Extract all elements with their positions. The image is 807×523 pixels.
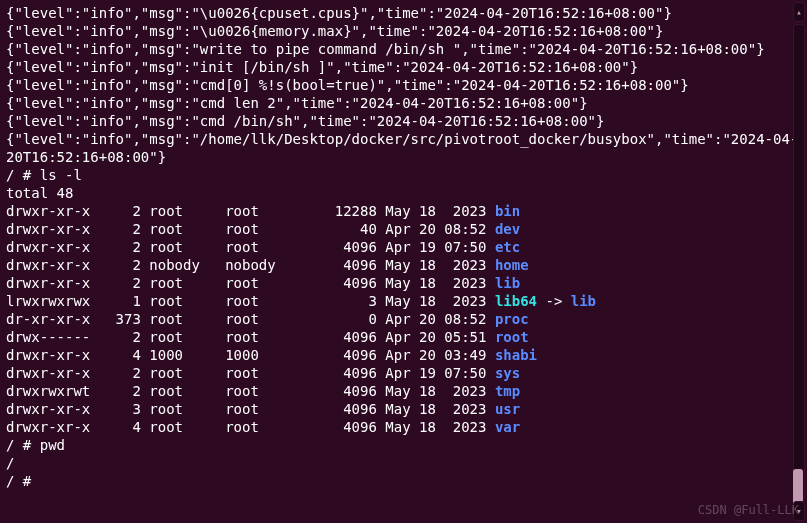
ls-name: home [495,257,529,273]
ls-name: var [495,419,520,435]
scrollbar: ▴ ▾ [791,0,805,523]
ls-row: drwxr-xr-x 2 root root 12288 May 18 2023… [6,202,801,220]
scroll-up-button[interactable]: ▴ [793,2,805,22]
watermark: CSDN @Full-LLK [698,501,799,519]
ls-row: drwxr-xr-x 3 root root 4096 May 18 2023 … [6,400,801,418]
pwd-output: / [6,454,801,472]
ls-row: drwxr-xr-x 4 1000 1000 4096 Apr 20 03:49… [6,346,801,364]
ls-row: drwxr-xr-x 4 root root 4096 May 18 2023 … [6,418,801,436]
ls-name: root [495,329,529,345]
ls-name: dev [495,221,520,237]
shell-prompt-ls: / # ls -l [6,166,801,184]
log-line: {"level":"info","msg":"\u0026{memory.max… [6,22,801,40]
ls-row: drwxr-xr-x 2 root root 4096 Apr 19 07:50… [6,364,801,382]
log-line: {"level":"info","msg":"write to pipe com… [6,40,801,58]
ls-row: drwxr-xr-x 2 root root 4096 May 18 2023 … [6,274,801,292]
ls-row: drwxr-xr-x 2 nobody nobody 4096 May 18 2… [6,256,801,274]
log-line: {"level":"info","msg":"\u0026{cpuset.cpu… [6,4,801,22]
ls-link-target: lib [571,293,596,309]
ls-name: usr [495,401,520,417]
ls-row: drwxr-xr-x 2 root root 40 Apr 20 08:52 d… [6,220,801,238]
ls-row: drwxr-xr-x 2 root root 4096 Apr 19 07:50… [6,238,801,256]
ls-row: dr-xr-xr-x 373 root root 0 Apr 20 08:52 … [6,310,801,328]
ls-row: drwxrwxrwt 2 root root 4096 May 18 2023 … [6,382,801,400]
ls-name: bin [495,203,520,219]
ls-name: proc [495,311,529,327]
ls-name: lib64 [495,293,537,309]
ls-name: sys [495,365,520,381]
ls-name: lib [495,275,520,291]
ls-name: tmp [495,383,520,399]
ls-name: etc [495,239,520,255]
log-line: {"level":"info","msg":"cmd /bin/sh","tim… [6,112,801,130]
log-line: {"level":"info","msg":"cmd len 2","time"… [6,94,801,112]
terminal-output[interactable]: {"level":"info","msg":"\u0026{cpuset.cpu… [6,4,801,490]
scrollbar-track[interactable] [793,24,805,499]
log-line: {"level":"info","msg":"cmd[0] %!s(bool=t… [6,76,801,94]
ls-row: lrwxrwxrwx 1 root root 3 May 18 2023 lib… [6,292,801,310]
shell-prompt: / # [6,472,801,490]
ls-name: shabi [495,347,537,363]
ls-total: total 48 [6,184,801,202]
shell-prompt-pwd: / # pwd [6,436,801,454]
ls-row: drwx------ 2 root root 4096 Apr 20 05:51… [6,328,801,346]
log-line: {"level":"info","msg":"/home/llk/Desktop… [6,130,801,166]
log-line: {"level":"info","msg":"init [/bin/sh ]",… [6,58,801,76]
